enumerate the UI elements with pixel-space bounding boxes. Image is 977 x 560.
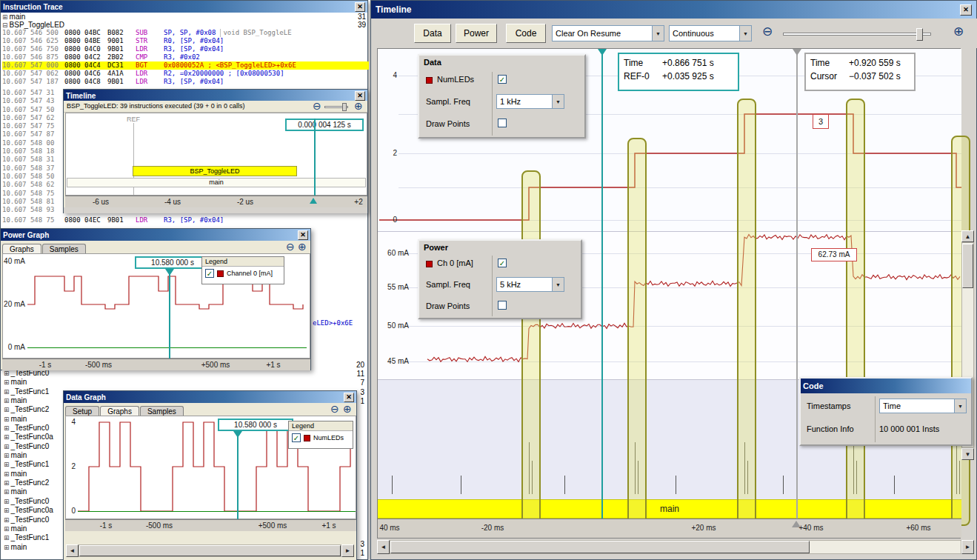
expand-icon[interactable]: ⊟ <box>2 21 8 29</box>
expand-icon[interactable]: ⊞ <box>4 507 10 514</box>
expand-icon[interactable]: ⊞ <box>4 525 10 533</box>
tree-item[interactable]: ⊞main <box>2 378 367 387</box>
zoom-in-icon[interactable]: ⊕ <box>343 404 352 414</box>
clear-mode-dropdown[interactable]: Clear On Resume ▼ <box>552 25 664 41</box>
power-graph-chart[interactable]: 10.580 000 s Legend Channel 0 [mA] 40 mA… <box>2 253 310 359</box>
close-icon[interactable]: ✕ <box>344 393 354 402</box>
scrollbar-thumb[interactable] <box>962 244 973 288</box>
expand-icon[interactable]: ⊞ <box>4 433 10 441</box>
zoom-out-icon[interactable]: ⊖ <box>313 101 321 111</box>
chevron-down-icon[interactable]: ▼ <box>552 95 564 108</box>
chevron-down-icon[interactable]: ▼ <box>652 26 664 41</box>
zoom-in-icon[interactable]: ⊕ <box>953 27 964 37</box>
expand-icon[interactable]: ⊞ <box>4 470 10 478</box>
cursor-line[interactable] <box>796 49 798 519</box>
expand-icon[interactable]: ⊞ <box>2 13 8 21</box>
chevron-down-icon[interactable]: ▼ <box>739 26 751 41</box>
expand-icon[interactable]: ⊞ <box>4 516 10 524</box>
expand-icon[interactable]: ⊞ <box>4 488 10 496</box>
trace-row[interactable]: 10.607 548 750800 04EC9B01LDRR3, [SP, #0… <box>2 216 369 224</box>
cursor-line[interactable] <box>169 269 170 359</box>
cursor-marker-icon[interactable] <box>793 49 801 56</box>
data-graph-titlebar[interactable]: Data Graph ✕ <box>64 391 356 403</box>
sampling-freq-dropdown[interactable]: 1 kHz ▼ <box>496 94 564 109</box>
zoom-in-icon[interactable]: ⊕ <box>298 241 307 252</box>
draw-points-checkbox[interactable] <box>498 301 507 310</box>
series-checkbox[interactable] <box>205 269 214 278</box>
expand-icon[interactable]: ⊞ <box>4 534 10 541</box>
scroll-up-icon[interactable]: ▲ <box>961 230 974 242</box>
function-bar-main[interactable]: main <box>67 178 366 187</box>
expand-icon[interactable]: ⊞ <box>4 406 10 413</box>
expand-icon[interactable]: ⊞ <box>4 544 10 551</box>
trace-row[interactable]: 10.607 547 0620800 04C64A1ALDRR2, =0x200… <box>2 70 369 78</box>
zoom-slider-thumb[interactable] <box>916 28 923 41</box>
chevron-down-icon[interactable]: ▼ <box>552 278 564 291</box>
zoom-slider-thumb[interactable] <box>342 103 347 111</box>
zoom-out-icon[interactable]: ⊖ <box>762 27 773 37</box>
instruction-trace-titlebar[interactable]: Instruction Trace ✕ <box>1 1 367 13</box>
execution-highlight[interactable] <box>521 170 541 526</box>
tab-graphs[interactable]: Graphs <box>100 406 139 416</box>
draw-points-checkbox[interactable] <box>498 119 507 127</box>
expand-icon[interactable]: ⊞ <box>4 370 10 377</box>
expand-icon[interactable]: ⊞ <box>4 397 10 404</box>
trace-row[interactable]: 10.607 547 1870800 04C89B01LDRR3, [SP, #… <box>2 78 369 86</box>
zoom-out-icon[interactable]: ⊖ <box>330 404 339 414</box>
scroll-right-icon[interactable]: ► <box>341 544 354 557</box>
expand-icon[interactable]: ⊞ <box>4 416 10 423</box>
close-icon[interactable]: ✕ <box>355 91 365 101</box>
zoom-in-icon[interactable]: ⊕ <box>354 101 363 111</box>
tab-samples[interactable]: Samples <box>140 406 184 416</box>
series-enabled-checkbox[interactable] <box>498 259 507 267</box>
zoom-slider[interactable] <box>783 33 931 36</box>
scrollbar-thumb[interactable] <box>390 541 810 553</box>
power-graph-titlebar[interactable]: Power Graph ✕ <box>1 229 310 241</box>
expand-icon[interactable]: ⊞ <box>4 379 10 386</box>
expand-icon[interactable]: ⊞ <box>4 479 10 487</box>
zoom-out-icon[interactable]: ⊖ <box>286 241 295 252</box>
scroll-down-icon[interactable]: ▼ <box>961 448 974 460</box>
chevron-down-icon[interactable]: ▼ <box>954 399 966 413</box>
tab-setup[interactable]: Setup <box>65 406 99 416</box>
series-enabled-checkbox[interactable] <box>498 75 507 84</box>
close-icon[interactable]: ✕ <box>355 2 365 12</box>
expand-icon[interactable]: ⊞ <box>4 498 10 505</box>
mini-timeline-titlebar[interactable]: Timeline ✕ <box>64 90 367 101</box>
expand-icon[interactable]: ⊞ <box>4 388 10 396</box>
execution-highlight[interactable] <box>627 138 647 526</box>
toolbar-button-data[interactable]: Data <box>414 24 451 43</box>
scroll-left-icon[interactable]: ◄ <box>377 540 390 554</box>
expand-icon[interactable]: ⊞ <box>4 452 10 459</box>
timestamps-dropdown[interactable]: Time ▼ <box>879 399 967 413</box>
expand-icon[interactable]: ⊞ <box>4 443 10 450</box>
horizontal-scrollbar[interactable]: ◄ ► <box>377 540 974 555</box>
trace-row[interactable]: 10.607 546 8750800 04C22B02CMPR3, #0x02 <box>2 53 369 61</box>
ref-cursor-line[interactable] <box>601 49 603 519</box>
tree-item[interactable]: ⊟BSP_ToggleLED39 <box>1 21 369 29</box>
toolbar-button-code[interactable]: Code <box>506 24 546 43</box>
ref-cursor-marker-icon[interactable] <box>598 49 607 56</box>
series-checkbox[interactable] <box>292 433 301 442</box>
cursor-marker-icon[interactable] <box>310 198 317 204</box>
cursor-line[interactable] <box>314 119 316 196</box>
expand-icon[interactable]: ⊞ <box>4 461 10 468</box>
tab-samples[interactable]: Samples <box>42 244 86 254</box>
timeline-titlebar[interactable]: Timeline ✕ <box>371 1 976 19</box>
mini-timeline-chart[interactable]: REF BSP_ToggleLED main 0.000 004 125 s <box>65 113 367 196</box>
execution-highlight[interactable] <box>846 99 865 526</box>
scroll-left-icon[interactable]: ◄ <box>66 544 79 557</box>
expand-icon[interactable]: ⊞ <box>4 424 10 432</box>
close-icon[interactable]: ✕ <box>298 230 308 240</box>
trace-row[interactable]: 10.607 546 6250800 04BE9001STRR0, [SP, #… <box>2 37 369 45</box>
cursor-line[interactable] <box>237 431 239 520</box>
trace-row[interactable]: 10.607 546 5000800 04BCB082SUBSP, SP, #0… <box>2 29 369 37</box>
sampling-freq-dropdown[interactable]: 5 kHz ▼ <box>496 277 564 292</box>
trace-row[interactable]: 10.607 547 0000800 04C4DC31BGT0x0800052A… <box>2 61 369 70</box>
execution-highlight[interactable] <box>737 99 756 526</box>
tree-item[interactable]: ⊞main31 <box>1 13 369 21</box>
trace-row[interactable]: 10.607 546 7500800 04C09B01LDRR3, [SP, #… <box>2 45 369 53</box>
tab-graphs[interactable]: Graphs <box>2 244 41 254</box>
scroll-right-icon[interactable]: ► <box>961 540 974 554</box>
data-graph-chart[interactable]: 10.580 000 s Legend NumLEDs 420 <box>65 416 356 519</box>
